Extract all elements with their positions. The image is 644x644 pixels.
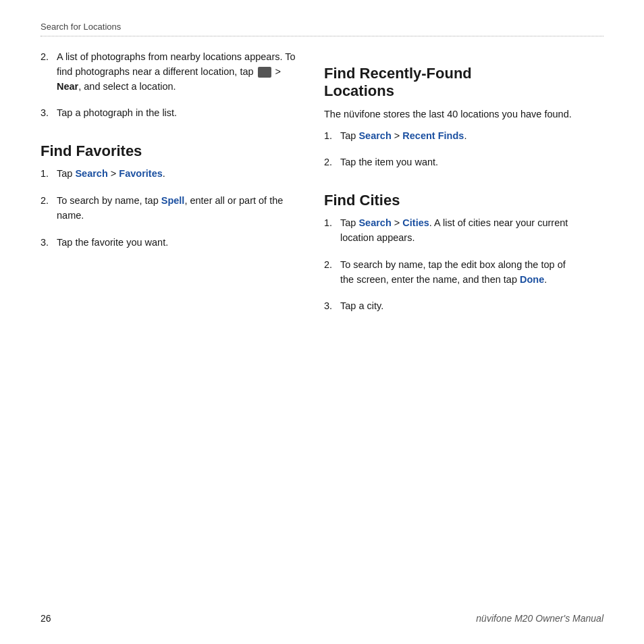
manual-title: nüvifone M20 Owner's Manual: [476, 613, 603, 624]
spell-link: Spell: [161, 195, 185, 206]
header-section: Search for Locations: [41, 20, 603, 36]
favorites-heading: Find Favorites: [41, 142, 297, 160]
list-number-3: 3.: [41, 106, 53, 128]
recent-number-2: 2.: [324, 155, 336, 177]
section-find-cities: Find Cities 1. Tap Search > Cities. A li…: [324, 192, 581, 321]
find-cities-heading: Find Cities: [324, 192, 581, 209]
page-number: 26: [41, 613, 51, 624]
search-link-fav: Search: [75, 168, 107, 179]
right-column: Find Recently-Found Locations The nüvifo…: [324, 50, 581, 326]
cities-number-1: 1.: [324, 216, 336, 252]
recently-found-intro: The nüvifone stores the last 40 location…: [324, 107, 581, 122]
recent-finds-link: Recent Finds: [402, 130, 464, 141]
recent-item-1: 1. Tap Search > Recent Finds.: [324, 129, 581, 151]
fav-item1-text: Tap Search > Favorites.: [57, 167, 165, 182]
menu-icon: [258, 67, 271, 78]
near-bold: Near: [57, 81, 78, 92]
favorites-item-3: 3. Tap the favorite you want.: [41, 236, 297, 257]
fav-item2-text: To search by name, tap Spell, enter all …: [57, 194, 297, 223]
recent-number-1: 1.: [324, 129, 336, 151]
favorites-link: Favorites: [119, 168, 162, 179]
favorites-item-1: 1. Tap Search > Favorites.: [41, 167, 297, 188]
recent-item2-text: Tap the item you want.: [340, 155, 438, 170]
recently-found-heading: Find Recently-Found Locations: [324, 65, 581, 101]
cities-number-2: 2.: [324, 258, 336, 294]
recent-item1-text: Tap Search > Recent Finds.: [340, 129, 466, 144]
cities-item1-text: Tap Search > Cities. A list of cities ne…: [340, 216, 581, 246]
left-column: 2. A list of photographs from nearby loc…: [41, 50, 297, 326]
list-item-2: 2. A list of photographs from nearby loc…: [41, 50, 297, 101]
cities-number-3: 3.: [324, 299, 336, 321]
cities-item-2: 2. To search by name, tap the edit box a…: [324, 258, 581, 294]
fav-item3-text: Tap the favorite you want.: [57, 236, 168, 250]
recent-item-2: 2. Tap the item you want.: [324, 155, 581, 177]
cities-link: Cities: [402, 217, 429, 228]
fav-number-1: 1.: [41, 167, 53, 188]
done-link: Done: [520, 274, 544, 285]
search-link-cities: Search: [358, 217, 391, 228]
breadcrumb: Search for Locations: [41, 22, 121, 32]
search-link-recent: Search: [358, 130, 391, 141]
section-favorites: Find Favorites 1. Tap Search > Favorites…: [41, 142, 297, 257]
fav-number-3: 3.: [41, 236, 53, 257]
section-recently-found: Find Recently-Found Locations The nüvifo…: [324, 65, 581, 177]
list-item-3: 3. Tap a photograph in the list.: [41, 106, 297, 128]
cities-item-1: 1. Tap Search > Cities. A list of cities…: [324, 216, 581, 252]
fav-number-2: 2.: [41, 194, 53, 230]
cities-item3-text: Tap a city.: [340, 299, 383, 314]
content-area: 2. A list of photographs from nearby loc…: [41, 50, 603, 326]
favorites-item-2: 2. To search by name, tap Spell, enter a…: [41, 194, 297, 230]
item2-text: A list of photographs from nearby locati…: [57, 50, 297, 94]
item3-text: Tap a photograph in the list.: [57, 106, 177, 121]
page: Search for Locations 2. A list of photog…: [0, 0, 644, 644]
footer: 26 nüvifone M20 Owner's Manual: [41, 613, 603, 624]
list-number-2: 2.: [41, 50, 53, 101]
cities-item-3: 3. Tap a city.: [324, 299, 581, 321]
cities-item2-text: To search by name, tap the edit box alon…: [340, 258, 581, 288]
